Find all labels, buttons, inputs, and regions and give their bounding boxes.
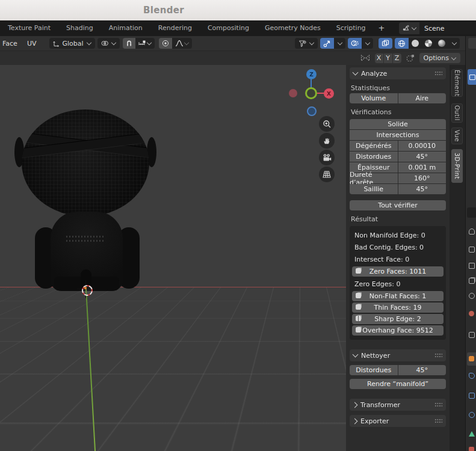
thickness-value[interactable]: 0.001 m: [398, 162, 447, 173]
mirror-y-toggle[interactable]: Y: [384, 54, 392, 63]
workspace-tab-scripting[interactable]: Scripting: [329, 20, 374, 36]
pivot-point-dropdown[interactable]: [97, 38, 120, 49]
viewport-header: Face UV Global: [0, 36, 476, 51]
checks-stack: Solide Intersections Dégénérés 0.00010 D…: [350, 119, 446, 194]
proportional-edit-toggle[interactable]: [159, 38, 172, 49]
menu-uv[interactable]: UV: [22, 40, 42, 48]
workspace-tab-compositing[interactable]: Compositing: [200, 20, 257, 36]
check-solid-button[interactable]: Solide: [350, 119, 446, 129]
snap-target-dropdown[interactable]: [135, 38, 155, 49]
properties-tab-particles-icon[interactable]: [469, 393, 475, 399]
pan-button[interactable]: [319, 133, 335, 149]
transform-panel-header[interactable]: Transformer: [350, 399, 446, 411]
workspace-tab-animation[interactable]: Animation: [101, 20, 150, 36]
options-dropdown[interactable]: Options: [419, 53, 460, 63]
panel-drag-dots[interactable]: [434, 353, 442, 358]
properties-tab-scene-icon[interactable]: [469, 293, 475, 299]
shading-rendered-button[interactable]: [435, 38, 448, 49]
gizmo-x-ball[interactable]: X: [324, 88, 334, 99]
menu-face[interactable]: Face: [0, 40, 22, 48]
export-panel-header[interactable]: Exporter: [350, 415, 446, 427]
shading-wireframe-button[interactable]: [395, 38, 409, 49]
chevron-down-icon: [412, 25, 416, 30]
sidebar-tab-3d-print[interactable]: 3D-Print: [451, 149, 463, 183]
properties-tab-modifiers-icon[interactable]: [469, 373, 475, 379]
properties-tab-tool-icon[interactable]: [469, 229, 475, 235]
result-select-button[interactable]: Zero Faces: 1011: [352, 266, 444, 277]
gizmo-y-ball[interactable]: [305, 87, 317, 99]
workspace-tab-geometry-nodes[interactable]: Geometry Nodes: [257, 20, 329, 36]
properties-tab-physics-icon[interactable]: [469, 412, 475, 418]
snap-base-icon[interactable]: [406, 54, 415, 62]
distorted-label[interactable]: Distordues: [350, 152, 398, 162]
gizmo-options-dropdown[interactable]: [334, 38, 345, 49]
properties-tab-render-icon[interactable]: [469, 247, 475, 253]
shading-solid-button[interactable]: [409, 38, 422, 49]
volume-button[interactable]: Volume: [350, 93, 398, 103]
scene-browse-button[interactable]: [399, 22, 419, 34]
edge-sharp-label[interactable]: Dureté d’arête: [350, 173, 398, 183]
xray-toggle[interactable]: [379, 38, 392, 49]
zoom-button[interactable]: [319, 116, 335, 132]
shading-options-dropdown[interactable]: [448, 38, 460, 49]
overhang-label[interactable]: Saillie: [350, 184, 398, 194]
properties-tab-data-icon[interactable]: [469, 431, 475, 437]
panel-drag-dots[interactable]: [434, 71, 442, 76]
scene-name-field[interactable]: Scene: [419, 22, 476, 34]
properties-active-editor-icon[interactable]: [468, 69, 476, 85]
result-select-button[interactable]: Overhang Face: 9512: [352, 325, 444, 336]
properties-tab-world-icon[interactable]: [469, 311, 475, 317]
gizmo-minus-z-ball[interactable]: [307, 106, 317, 116]
workspace-tabbar: Texture Paint Shading Animation Renderin…: [0, 20, 476, 36]
properties-filter-bar[interactable]: [467, 207, 476, 218]
make-manifold-button[interactable]: Rendre “manifold”: [350, 379, 446, 389]
sidebar-tab-vue[interactable]: Vue: [451, 127, 463, 144]
cleanup-panel-header[interactable]: Nettoyer: [350, 349, 446, 361]
shading-material-button[interactable]: [422, 38, 435, 49]
workspace-tab-texture-paint[interactable]: Texture Paint: [0, 20, 58, 36]
camera-view-button[interactable]: [319, 150, 335, 165]
perspective-toggle-button[interactable]: [319, 167, 335, 182]
overlays-options-dropdown[interactable]: [362, 38, 373, 49]
transform-orientation-dropdown[interactable]: Global: [49, 38, 94, 49]
properties-tab-collection-icon[interactable]: [469, 332, 475, 338]
editor-type-button[interactable]: [468, 38, 476, 49]
properties-tab-viewlayer-icon[interactable]: [469, 278, 475, 284]
mirror-z-toggle[interactable]: Z: [393, 54, 401, 63]
check-all-button[interactable]: Tout vérifier: [350, 200, 446, 210]
properties-tab-object-active[interactable]: [467, 352, 476, 366]
sidebar-tab-outil[interactable]: Outil: [451, 103, 463, 123]
result-select-button[interactable]: Sharp Edge: 2: [352, 314, 444, 324]
properties-tab-output-icon[interactable]: [469, 263, 475, 269]
workspace-tab-shading[interactable]: Shading: [58, 20, 101, 36]
sidebar-tab-element[interactable]: Élément: [451, 69, 463, 97]
analyze-panel-header[interactable]: Analyze: [350, 67, 446, 79]
mirror-x-toggle[interactable]: X: [375, 54, 383, 63]
area-button[interactable]: Aire: [398, 93, 447, 103]
distorted-value[interactable]: 45°: [398, 152, 447, 162]
cleanup-distorted-value[interactable]: 45°: [398, 365, 447, 375]
gizmo-z-ball[interactable]: Z: [306, 69, 317, 79]
overlays-group: [348, 38, 373, 49]
degenerate-value[interactable]: 0.00010: [398, 141, 447, 151]
check-intersections-button[interactable]: Intersections: [350, 130, 446, 140]
cleanup-distorted-label[interactable]: Distordues: [350, 365, 398, 375]
result-select-button[interactable]: Non-Flat Faces: 1: [352, 291, 444, 301]
panel-drag-dots[interactable]: [434, 402, 442, 407]
chevron-down-icon: [309, 40, 314, 45]
properties-tab-texture-icon[interactable]: [469, 447, 475, 451]
degenerate-label[interactable]: Dégénérés: [350, 141, 398, 151]
show-overlays-toggle[interactable]: [348, 38, 362, 49]
panel-drag-dots[interactable]: [434, 419, 442, 423]
overhang-value[interactable]: 45°: [398, 184, 447, 194]
proportional-falloff-dropdown[interactable]: [172, 38, 192, 49]
gizmo-minus-x-ball[interactable]: [289, 89, 297, 97]
edge-sharp-value[interactable]: 160°: [398, 173, 447, 183]
object-visibility-dropdown[interactable]: [295, 38, 318, 49]
object-origin-dot: [84, 287, 87, 289]
result-select-button[interactable]: Thin Faces: 19: [352, 302, 444, 313]
add-workspace-button[interactable]: +: [374, 20, 390, 36]
workspace-tab-rendering[interactable]: Rendering: [150, 20, 200, 36]
snap-toggle-button[interactable]: [123, 38, 135, 49]
show-gizmo-toggle[interactable]: [320, 38, 334, 49]
